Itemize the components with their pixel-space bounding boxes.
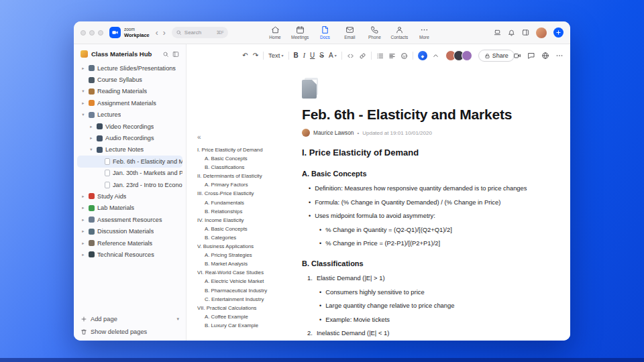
outline-item[interactable]: A. Coffee Example [197, 312, 299, 321]
minimize-button[interactable] [89, 30, 95, 36]
sidebar-item[interactable]: ▸Audio Recordings [77, 132, 182, 143]
chevron-down-icon[interactable]: ▾ [80, 88, 86, 94]
undo-button[interactable]: ↶ [242, 52, 248, 59]
tab-contacts[interactable]: Contacts [390, 25, 408, 40]
language-button[interactable] [541, 52, 549, 60]
new-item-button[interactable] [553, 27, 564, 38]
outline-item[interactable]: B. Relationships [197, 207, 299, 216]
outline-item[interactable]: II. Determinants of Elasticity [197, 172, 299, 180]
close-button[interactable] [80, 30, 86, 36]
outline-item[interactable]: B. Pharmaceutical Industry [197, 286, 299, 295]
account-avatar[interactable] [536, 27, 547, 38]
sidebar-item[interactable]: ▸Technical Resources [77, 249, 182, 260]
sidebar-item[interactable]: ▾Lecture Notes [77, 144, 182, 156]
code-button[interactable] [347, 52, 354, 60]
sidebar-search-icon[interactable] [162, 51, 169, 58]
doc-subheading[interactable]: A. Basic Concepts [302, 170, 565, 178]
chevron-right-icon[interactable]: ▸ [80, 205, 86, 210]
outline-collapse-button[interactable]: « [197, 134, 299, 141]
more-options-button[interactable] [555, 52, 564, 60]
outline-item[interactable]: III. Cross-Price Elasticity [197, 189, 299, 198]
zoom-button[interactable] [98, 30, 103, 36]
sidebar-item[interactable]: ▸Assessment Resources [77, 214, 182, 225]
chevron-right-icon[interactable]: ▸ [80, 66, 86, 71]
doc-bullet-item[interactable]: •Consumers highly sensitive to price [302, 288, 565, 296]
doc-heading[interactable]: I. Price Elasticity of Demand [302, 147, 565, 158]
tab-meetings[interactable]: Meetings [291, 25, 309, 40]
align-button[interactable] [388, 52, 396, 60]
search-input[interactable]: Search ⌘F [172, 27, 228, 38]
chevron-down-icon[interactable]: ▾ [176, 316, 179, 322]
chevron-right-icon[interactable]: ▸ [80, 241, 86, 246]
outline-item[interactable]: VI. Real-World Case Studies [197, 268, 299, 277]
outline-item[interactable]: A. Primary Factors [197, 180, 299, 189]
add-page-button[interactable]: Add page ▾ [80, 316, 179, 322]
chevron-right-icon[interactable]: ▸ [80, 252, 86, 257]
chevron-right-icon[interactable]: ▸ [80, 194, 86, 199]
doc-bullet-item[interactable]: •% Change in Price = (P2-P1)/[(P2+P1)/2] [302, 239, 565, 247]
sidebar-item[interactable]: Feb. 6th - Elasticity and M... [77, 156, 182, 167]
doc-bullet-item[interactable]: •Definition: Measures how responsive qua… [302, 184, 565, 192]
chevron-right-icon[interactable]: ▸ [80, 101, 86, 106]
italic-button[interactable]: I [303, 52, 305, 59]
sidebar-collapse-icon[interactable] [172, 51, 179, 58]
chevron-right-icon[interactable]: ▸ [89, 124, 94, 129]
outline-item[interactable]: I. Price Elasticity of Demand [197, 145, 299, 154]
sidebar-item[interactable]: ▸Video Recordings [77, 121, 182, 132]
tab-phone[interactable]: Phone [366, 25, 383, 40]
outline-item[interactable]: A. Basic Concepts [197, 154, 299, 163]
text-style-dropdown[interactable]: Text▾ [268, 52, 283, 59]
outline-item[interactable]: A. Fundamentals [197, 198, 299, 207]
doc-numbered-item[interactable]: 1.Elastic Demand (|E| > 1) [302, 274, 565, 282]
comments-button[interactable] [527, 52, 535, 60]
sidebar-item[interactable]: Jan. 23rd - Intro to Econo... [77, 179, 182, 190]
chevron-right-icon[interactable]: ▸ [89, 135, 94, 141]
outline-item[interactable]: IV. Income Elasticity [197, 216, 299, 225]
sidebar-item[interactable]: ▸Assignment Materials [77, 97, 182, 109]
underline-button[interactable]: U [310, 52, 315, 59]
sidebar-item[interactable]: ▸Discussion Materials [77, 225, 182, 237]
video-call-button[interactable] [513, 52, 521, 60]
emoji-button[interactable] [400, 52, 408, 60]
chevron-down-icon[interactable]: ▾ [89, 147, 94, 152]
document[interactable]: Feb. 6th - Elasticity and Markets Mauric… [302, 64, 565, 337]
outline-item[interactable]: C. Entertainment Industry [197, 295, 299, 304]
tab-home[interactable]: Home [266, 25, 284, 40]
redo-button[interactable]: ↷ [253, 52, 258, 59]
doc-bullet-item[interactable]: •Uses midpoint formula to avoid asymmetr… [302, 212, 565, 220]
outline-item[interactable]: B. Categories [197, 233, 299, 242]
chevron-right-icon[interactable]: ▸ [80, 217, 86, 223]
sidebar-item[interactable]: ▸Study Aids [77, 190, 182, 202]
forward-button[interactable]: › [163, 28, 166, 38]
outline-item[interactable]: A. Electric Vehicle Market [197, 277, 299, 286]
sidebar-item[interactable]: Jan. 30th - Markets and P... [77, 168, 182, 179]
tab-email[interactable]: Email [341, 25, 358, 40]
collaborator-avatar[interactable] [462, 50, 472, 61]
sidebar-item[interactable]: ▸Reference Materials [77, 237, 182, 249]
sidebar-item[interactable]: ▸Lecture Slides/Presentations [77, 62, 182, 74]
tab-docs[interactable]: Docs [316, 25, 333, 40]
link-button[interactable] [359, 52, 366, 60]
outline-item[interactable]: B. Luxury Car Example [197, 321, 299, 330]
tab-more[interactable]: More [415, 25, 433, 40]
doc-bullet-item[interactable]: •Large quantity change relative to price… [302, 302, 565, 310]
doc-bullet-item[interactable]: •% Change in Quantity = (Q2-Q1)/[(Q2+Q1)… [302, 226, 565, 234]
font-color-button[interactable]: A▾ [329, 52, 337, 59]
doc-bullet-item[interactable]: •Formula: (% Change in Quantity Demanded… [302, 198, 565, 206]
chevron-down-icon[interactable]: ▾ [80, 112, 86, 117]
doc-subheading[interactable]: B. Classifications [302, 259, 565, 267]
back-button[interactable]: ‹ [156, 28, 158, 38]
collapse-toolbar-button[interactable] [432, 52, 439, 60]
outline-item[interactable]: V. Business Applications [197, 242, 299, 251]
bold-button[interactable]: B [294, 52, 299, 59]
doc-numbered-item[interactable]: 2.Inelastic Demand (|E| < 1) [302, 329, 565, 337]
bullet-list-button[interactable] [376, 52, 384, 60]
doc-body[interactable]: I. Price Elasticity of DemandA. Basic Co… [302, 147, 565, 337]
doc-bullet-item[interactable]: •Example: Movie tickets [302, 316, 565, 324]
outline-item[interactable]: A. Basic Concepts [197, 225, 299, 233]
sidebar-item[interactable]: ▾Reading Materials [77, 86, 182, 97]
strikethrough-button[interactable]: S [319, 52, 324, 59]
outline-item[interactable]: A. Pricing Strategies [197, 251, 299, 259]
notifications-button[interactable] [508, 29, 515, 36]
sidepanel-toggle-button[interactable] [522, 29, 529, 36]
